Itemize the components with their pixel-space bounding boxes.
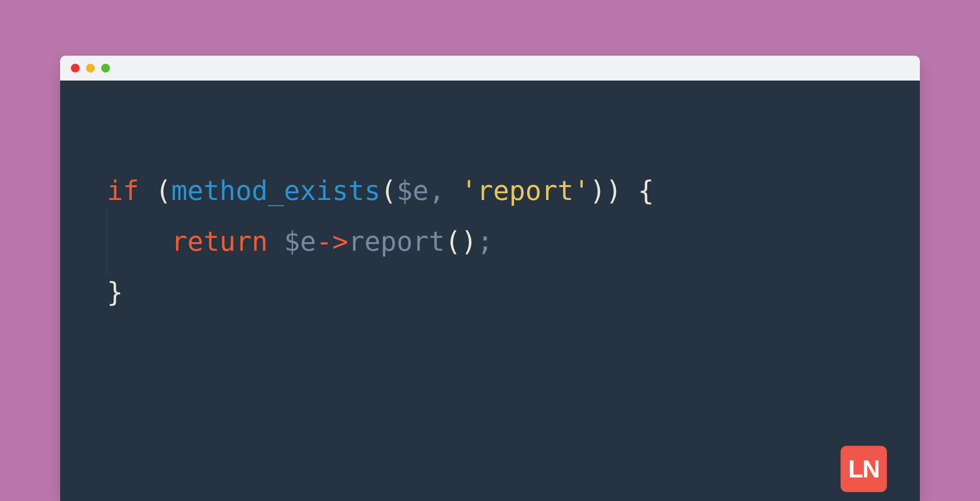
code-editor[interactable]: if (method_exists($e, 'report')) { retur… bbox=[60, 81, 920, 318]
string-literal: 'report' bbox=[461, 175, 590, 206]
logo-badge: LN bbox=[841, 446, 887, 492]
editor-window: if (method_exists($e, 'report')) { retur… bbox=[60, 56, 920, 501]
indent-guide bbox=[107, 216, 172, 267]
paren-open: ( bbox=[445, 226, 461, 257]
close-icon[interactable] bbox=[71, 64, 80, 73]
paren-close: ) bbox=[590, 175, 606, 206]
paren-close: ) bbox=[461, 226, 477, 257]
brace-close: } bbox=[107, 277, 123, 308]
space bbox=[268, 226, 284, 257]
paren-open: ( bbox=[380, 175, 396, 206]
variable: $e bbox=[284, 226, 316, 257]
space bbox=[445, 175, 461, 206]
code-line-1: if (method_exists($e, 'report')) { bbox=[107, 165, 920, 216]
space bbox=[622, 175, 638, 206]
comma: , bbox=[429, 175, 445, 206]
keyword-if: if bbox=[107, 175, 139, 206]
indent bbox=[107, 226, 172, 257]
paren-close: ) bbox=[606, 175, 622, 206]
minimize-icon[interactable] bbox=[86, 64, 95, 73]
code-line-3: } bbox=[107, 267, 920, 318]
logo-text: LN bbox=[848, 455, 879, 483]
variable: $e bbox=[396, 175, 429, 206]
arrow-operator: -> bbox=[316, 226, 348, 257]
brace-open: { bbox=[638, 175, 654, 206]
function-name: method_exists bbox=[172, 175, 381, 206]
space bbox=[139, 175, 155, 206]
method-name: report bbox=[348, 226, 445, 257]
maximize-icon[interactable] bbox=[101, 64, 110, 73]
title-bar bbox=[60, 56, 920, 81]
paren-open: ( bbox=[155, 175, 171, 206]
semicolon: ; bbox=[477, 226, 493, 257]
keyword-return: return bbox=[172, 226, 268, 257]
code-line-2: return $e->report(); bbox=[107, 216, 920, 267]
